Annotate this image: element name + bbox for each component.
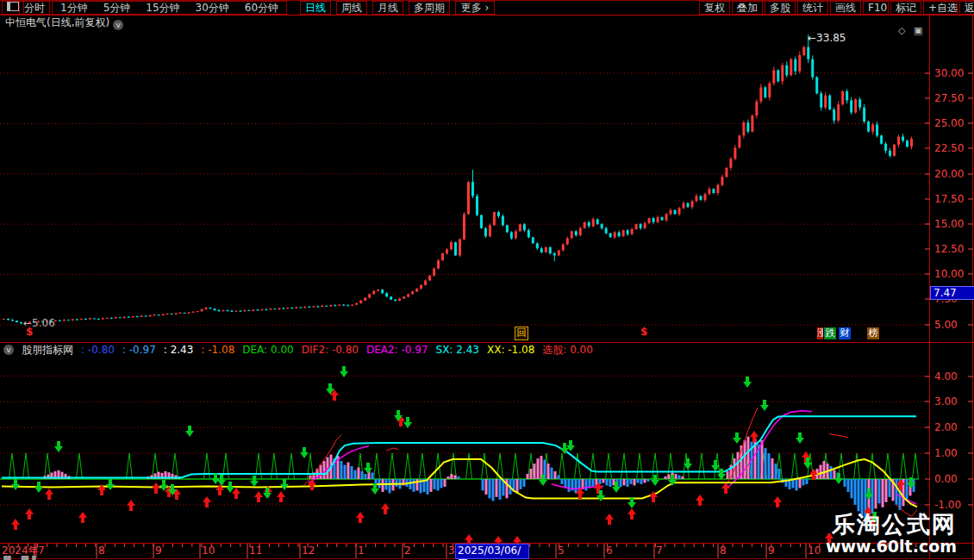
timeline-month-label: 6 — [606, 544, 613, 557]
indicator-header: v 股朋指标网 : -0.80: -0.97: 2.43: -1.08DEA: … — [3, 344, 593, 356]
indicator-name[interactable]: 股朋指标网 — [22, 344, 73, 356]
watermark-site-name: 乐淘公式网 — [826, 512, 957, 538]
chevron-down-icon[interactable]: v — [3, 345, 14, 355]
clipped-statusbar-fragment: ▞▚ ▞▚▚ — [0, 556, 60, 560]
indicator-value-5: DIF2: -0.80 — [302, 344, 359, 356]
price-axis-label: 12.50 — [934, 244, 971, 254]
indicator-value-7: SX: 2.43 — [436, 344, 479, 356]
timeline-month-label: 1 — [358, 544, 365, 557]
dollar-mark-icon: $ — [640, 326, 647, 338]
chart-canvas[interactable] — [0, 0, 974, 560]
timeline-month-label: 10 — [808, 544, 821, 557]
tag-badge-0[interactable]: 涨 — [817, 327, 823, 339]
trading-app-window: 分时1分钟5分钟15分钟30分钟60分钟日线周线月线多周期更多 ›复权叠加多股统… — [0, 0, 974, 560]
crosshair-date-box: 2025/03/06/四 — [455, 544, 529, 559]
indicator-value-8: XX: -1.08 — [487, 344, 534, 356]
price-axis-label: 27.50 — [934, 93, 971, 103]
timeline-month-label: 8 — [720, 544, 727, 557]
price-axis-label: 30.00 — [934, 68, 971, 78]
price-axis-label: 22.50 — [934, 143, 971, 153]
indicator-axis-label: 4.00 — [934, 371, 971, 382]
tag-badge-1[interactable]: 跌 — [824, 327, 836, 339]
watermark-url: www.60lt.com — [826, 538, 957, 556]
indicator-value-9: 选股: 0.00 — [542, 344, 593, 356]
peak-price-label: ←33.85 — [808, 32, 846, 44]
price-axis-label: 5.00 — [934, 320, 971, 330]
price-axis-label: 15.00 — [934, 219, 971, 229]
timeline-month-label: 10 — [202, 544, 215, 557]
price-axis-label: 10.00 — [934, 269, 971, 279]
price-axis-label: 20.00 — [934, 169, 971, 179]
indicator-value-2: : 2.43 — [164, 344, 194, 356]
hui-badge[interactable]: 回 — [515, 327, 528, 340]
indicator-value-3: : -1.08 — [201, 344, 234, 356]
tag-badge-2[interactable]: 财 — [839, 327, 851, 339]
low-price-label: ←5.06 — [23, 317, 55, 329]
timeline-month-label: 8 — [98, 544, 105, 557]
indicator-axis-label: 1.00 — [934, 448, 971, 458]
price-axis-label: 25.00 — [934, 118, 971, 128]
indicator-value-6: DEA2: -0.97 — [366, 344, 428, 356]
indicator-axis-label: -1.00 — [934, 500, 971, 510]
timeline-month-label: 9 — [768, 544, 775, 557]
watermark: 乐淘公式网 www.60lt.com — [826, 512, 957, 556]
indicator-value-1: : -0.97 — [122, 344, 156, 356]
timeline-month-label: 3 — [448, 544, 455, 557]
indicator-value-4: DEA: 0.00 — [242, 344, 293, 356]
price-axis-label: 17.50 — [934, 194, 971, 204]
timeline-month-label: 7 — [656, 544, 663, 557]
crosshair-price-box: 7.47 — [930, 286, 974, 300]
timeline-month-label: 11 — [249, 544, 262, 557]
indicator-value-0: : -0.80 — [81, 344, 115, 356]
timeline-month-label: 12 — [302, 544, 315, 557]
indicator-axis-label: 2.00 — [934, 422, 971, 432]
timeline-month-label: 2 — [404, 544, 411, 557]
indicator-axis-label: 0.00 — [934, 474, 971, 484]
timeline-month-label: 9 — [155, 544, 162, 557]
timeline-month-label: 5 — [558, 544, 565, 557]
indicator-axis-label: 3.00 — [934, 396, 971, 407]
tag-badge-3[interactable]: 榜 — [867, 327, 879, 339]
